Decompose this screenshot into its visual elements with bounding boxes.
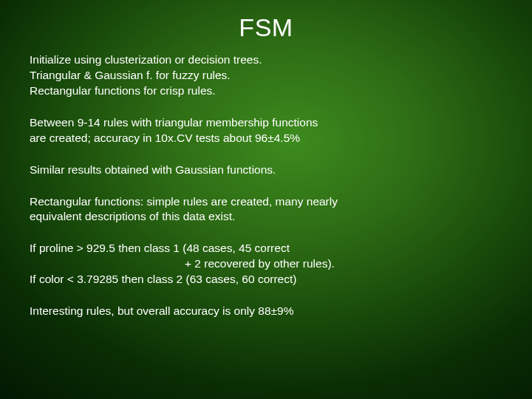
text-line: Rectangular functions: simple rules are …: [30, 194, 502, 210]
text-line: If color < 3.79285 then class 2 (63 case…: [30, 272, 502, 287]
paragraph-rectangular: Rectangular functions: simple rules are …: [30, 194, 502, 225]
paragraph-triangular: Between 9-14 rules with triangular membe…: [30, 115, 502, 146]
text-line: are created; accuracy in 10x.CV tests ab…: [30, 131, 502, 146]
text-line: Rectangular functions for crisp rules.: [30, 83, 502, 99]
text-line: Between 9-14 rules with triangular membe…: [30, 115, 502, 131]
paragraph-conclusion: Interesting rules, but overall accuracy …: [30, 304, 502, 319]
text-line: Similar results obtained with Gaussian f…: [30, 163, 502, 178]
slide-title: FSM: [30, 13, 502, 42]
text-line: Interesting rules, but overall accuracy …: [30, 304, 502, 319]
text-line: equivalent descriptions of this data exi…: [30, 209, 502, 225]
text-line: + 2 recovered by other rules).: [185, 256, 502, 272]
text-line: Initialize using clusterization or decis…: [30, 52, 502, 68]
slide: FSM Initialize using clusterization or d…: [0, 0, 532, 399]
text-line: Triangular & Gaussian f. for fuzzy rules…: [30, 68, 502, 83]
paragraph-intro: Initialize using clusterization or decis…: [30, 52, 502, 99]
paragraph-rules: If proline > 929.5 then class 1 (48 case…: [30, 241, 502, 287]
paragraph-gaussian: Similar results obtained with Gaussian f…: [30, 163, 502, 178]
text-line: If proline > 929.5 then class 1 (48 case…: [30, 241, 502, 256]
